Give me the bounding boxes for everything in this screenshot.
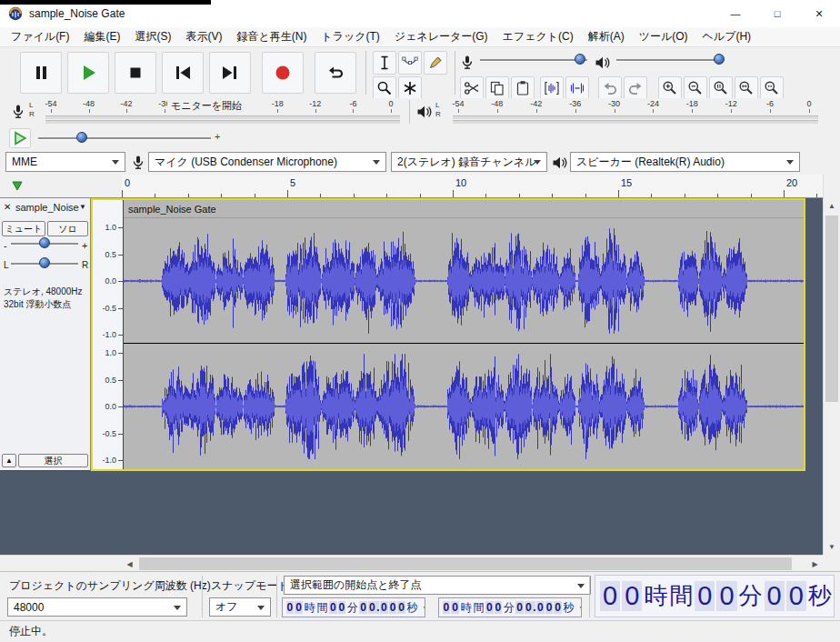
- vertical-scroll-thumb[interactable]: [825, 216, 838, 402]
- time-digit[interactable]: 0: [622, 581, 642, 611]
- record-button[interactable]: [262, 52, 304, 94]
- track-menu-caret-icon[interactable]: ▼: [79, 203, 86, 211]
- zoom-tool-button[interactable]: [373, 76, 396, 100]
- selection-mode-combobox[interactable]: 選択範囲の開始点と終了点: [284, 576, 591, 595]
- menu-item-3[interactable]: 選択(S): [127, 26, 178, 47]
- slider-thumb[interactable]: [575, 54, 585, 65]
- cut-button[interactable]: [460, 76, 484, 100]
- envelope-tool-button[interactable]: [398, 51, 422, 75]
- time-digit[interactable]: 0: [389, 601, 397, 614]
- selection-tool-button[interactable]: [373, 51, 396, 75]
- time-digit[interactable]: 時: [459, 600, 472, 616]
- time-digit[interactable]: 0: [545, 601, 554, 614]
- collapse-track-button[interactable]: ▲: [2, 454, 16, 467]
- time-digit[interactable]: 0: [380, 601, 388, 614]
- time-digit[interactable]: 0: [397, 601, 405, 614]
- time-digit[interactable]: 秒: [807, 580, 833, 612]
- vertical-scrollbar[interactable]: ▲ ▼: [823, 175, 840, 555]
- meter-monitor-message[interactable]: モニターを開始: [167, 99, 245, 113]
- time-digit[interactable]: 分: [346, 600, 359, 616]
- slider-thumb[interactable]: [39, 237, 50, 248]
- silence-audio-button[interactable]: [565, 76, 589, 100]
- solo-button[interactable]: ソロ: [47, 221, 88, 236]
- pause-button[interactable]: [20, 52, 62, 94]
- time-digit[interactable]: 時: [303, 600, 315, 616]
- zoom-out-button[interactable]: [684, 76, 707, 100]
- time-digit[interactable]: 0: [451, 601, 459, 614]
- time-digit[interactable]: 0: [485, 601, 494, 614]
- time-digit[interactable]: 秒: [406, 600, 419, 616]
- play-at-speed-button[interactable]: [9, 128, 31, 148]
- timeline-ruler[interactable]: 05101520: [122, 175, 823, 198]
- recording-meter[interactable]: -54-48-42-36-30-24-18-12-60モニターを開始: [40, 98, 404, 125]
- time-digit[interactable]: 0: [525, 601, 533, 614]
- input-device-combobox[interactable]: マイク (USB Condenser Microphone): [148, 152, 386, 172]
- sample-rate-combobox[interactable]: 48000: [7, 597, 187, 617]
- stop-button[interactable]: [115, 52, 156, 94]
- track-affordance-bar[interactable]: sample_Noise Gate: [124, 200, 804, 218]
- track-close-button[interactable]: ✕: [4, 202, 11, 212]
- mute-button[interactable]: ミュート: [2, 221, 45, 236]
- time-digit[interactable]: 0: [286, 601, 295, 614]
- slider-thumb[interactable]: [714, 54, 725, 65]
- time-digit[interactable]: 0: [554, 601, 562, 614]
- draw-tool-button[interactable]: [424, 51, 447, 75]
- time-digit[interactable]: 間: [472, 600, 485, 616]
- snap-mode-combobox[interactable]: オフ: [209, 597, 271, 617]
- undo-button[interactable]: [598, 76, 622, 100]
- scroll-up-button[interactable]: ▲: [824, 198, 840, 214]
- paste-button[interactable]: [511, 76, 535, 100]
- audio-position-time[interactable]: 00時間00分00秒▼: [595, 575, 835, 617]
- menu-item-6[interactable]: トラック(T): [314, 26, 386, 47]
- time-digit[interactable]: .: [376, 601, 379, 614]
- track-select-button[interactable]: 選択: [18, 454, 88, 467]
- play-button[interactable]: [67, 52, 109, 94]
- time-digit[interactable]: 分: [738, 580, 764, 612]
- time-digit[interactable]: 0: [765, 581, 785, 611]
- time-digit[interactable]: 間: [668, 580, 694, 612]
- time-digit[interactable]: 0: [716, 581, 736, 611]
- scroll-right-button[interactable]: ▶: [807, 557, 823, 571]
- time-digit[interactable]: 0: [338, 601, 346, 614]
- time-digit[interactable]: 0: [443, 601, 451, 614]
- scroll-left-button[interactable]: ◀: [122, 557, 137, 571]
- trim-audio-button[interactable]: [540, 76, 564, 100]
- time-digit[interactable]: 0: [495, 601, 503, 614]
- menu-item-5[interactable]: 録音と再生(N): [229, 26, 314, 47]
- redo-button[interactable]: [624, 76, 647, 100]
- playback-volume-slider[interactable]: [616, 52, 724, 68]
- time-digit[interactable]: 0: [695, 581, 715, 611]
- recording-volume-slider[interactable]: [480, 52, 587, 68]
- multi-tool-button[interactable]: [398, 76, 422, 100]
- maximize-button[interactable]: □: [756, 0, 798, 27]
- minimize-button[interactable]: —: [715, 0, 756, 27]
- time-format-caret-icon[interactable]: ▼: [579, 605, 582, 611]
- menu-item-7[interactable]: ジェネレーター(G): [387, 26, 495, 47]
- menu-item-9[interactable]: 解析(A): [581, 26, 632, 47]
- selection-end-time[interactable]: 00時間00分00.000秒▼: [438, 597, 582, 617]
- close-button[interactable]: ✕: [798, 0, 840, 27]
- menu-item-2[interactable]: 編集(E): [76, 26, 127, 47]
- time-digit[interactable]: 0: [786, 581, 806, 611]
- menu-item-11[interactable]: ヘルプ(H): [695, 26, 759, 47]
- time-digit[interactable]: 0: [368, 601, 376, 614]
- fit-selection-button[interactable]: [709, 76, 733, 100]
- output-device-combobox[interactable]: スピーカー (Realtek(R) Audio): [570, 152, 800, 172]
- scroll-down-button[interactable]: ▼: [824, 539, 840, 555]
- record-channels-combobox[interactable]: 2(ステレオ) 録音チャンネル: [391, 152, 547, 172]
- waveform-canvas[interactable]: [124, 218, 804, 469]
- tracks-background[interactable]: [0, 471, 823, 555]
- time-digit[interactable]: 間: [315, 600, 328, 616]
- copy-button[interactable]: [485, 76, 509, 100]
- selection-start-time[interactable]: 00時間00分00.000秒▼: [282, 597, 425, 617]
- horizontal-scrollbar[interactable]: ◀ ▶: [0, 555, 823, 571]
- time-digit[interactable]: 0: [359, 601, 367, 614]
- time-digit[interactable]: 0: [536, 601, 545, 614]
- menu-item-1[interactable]: ファイル(F): [4, 26, 76, 47]
- time-digit[interactable]: 分: [503, 600, 515, 616]
- tracks-background-right[interactable]: [805, 198, 823, 471]
- gain-slider[interactable]: [11, 236, 78, 252]
- time-digit[interactable]: 0: [515, 601, 524, 614]
- audio-host-combobox[interactable]: MME: [5, 152, 125, 172]
- pinned-play-head-icon[interactable]: [11, 180, 24, 192]
